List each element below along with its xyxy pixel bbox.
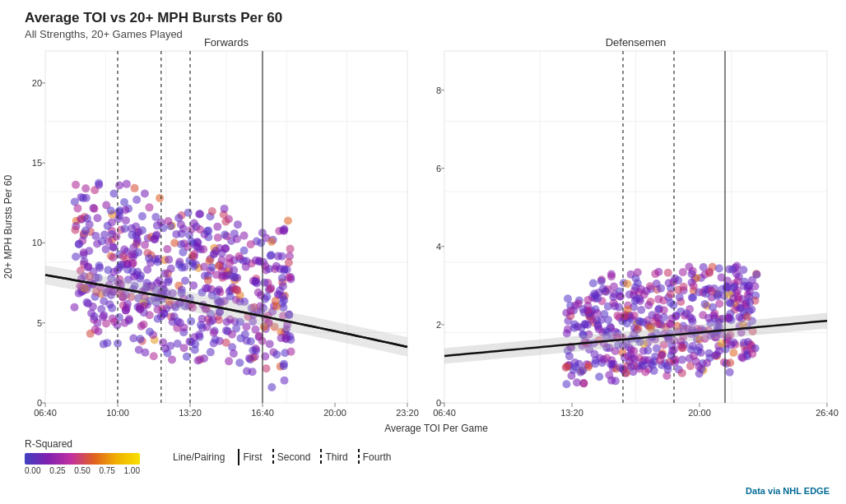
credit-prefix: Data via bbox=[746, 486, 783, 496]
fourth-label: Fourth bbox=[363, 451, 392, 463]
data-credit: Data via NHL EDGE bbox=[746, 486, 830, 496]
legend-rsquared: R-Squared 0.00 0.25 0.50 0.75 1.00 bbox=[25, 438, 140, 475]
second-line-icon bbox=[272, 449, 274, 465]
legend-line-pairing: Line/Pairing First Second Third Fourth bbox=[173, 449, 821, 465]
fourth-line-icon bbox=[358, 449, 360, 465]
third-line-icon bbox=[320, 449, 322, 465]
legend-area: R-Squared 0.00 0.25 0.50 0.75 1.00 Line/… bbox=[25, 418, 821, 496]
legend-first: First bbox=[238, 449, 262, 465]
rsquared-label: R-Squared bbox=[25, 438, 72, 450]
rsquared-ticks: 0.00 0.25 0.50 0.75 1.00 bbox=[25, 466, 140, 475]
first-label: First bbox=[243, 451, 262, 463]
legend-third: Third bbox=[320, 449, 347, 465]
line-pairing-label: Line/Pairing bbox=[173, 451, 225, 463]
legend-second: Second bbox=[272, 449, 311, 465]
third-label: Third bbox=[325, 451, 347, 463]
credit-brand: NHL EDGE bbox=[783, 486, 830, 496]
second-label: Second bbox=[277, 451, 311, 463]
legend-fourth: Fourth bbox=[358, 449, 392, 465]
first-line-icon bbox=[238, 449, 239, 465]
rsquared-gradient bbox=[25, 453, 140, 465]
